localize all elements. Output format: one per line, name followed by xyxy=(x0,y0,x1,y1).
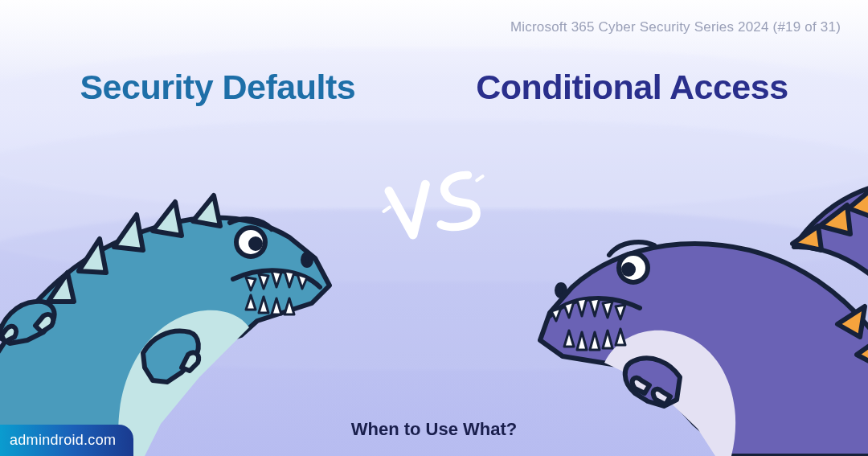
svg-point-3 xyxy=(248,236,263,251)
title-conditional-access: Conditional Access xyxy=(476,68,788,107)
brand-watermark: admindroid.com xyxy=(0,425,133,456)
svg-point-6 xyxy=(621,262,636,277)
series-label: Microsoft 365 Cyber Security Series 2024… xyxy=(510,19,841,35)
title-security-defaults: Security Defaults xyxy=(80,68,355,107)
dinosaur-left-illustration xyxy=(0,166,394,456)
svg-point-7 xyxy=(557,285,565,296)
title-row: Security Defaults Conditional Access xyxy=(0,68,868,107)
svg-point-4 xyxy=(303,254,311,265)
dinosaur-right-illustration xyxy=(474,166,868,456)
versus-label xyxy=(382,169,486,241)
